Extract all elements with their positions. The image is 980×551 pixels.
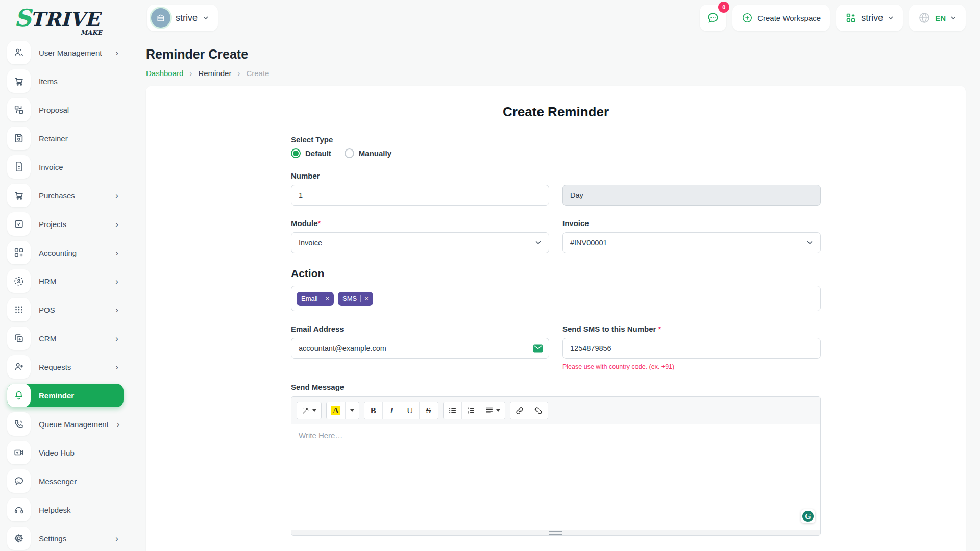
- language-selector[interactable]: EN: [909, 5, 966, 31]
- style-dropdown-button[interactable]: [297, 402, 321, 419]
- radio-unselected-icon[interactable]: [345, 148, 354, 158]
- sidebar-item-purchases[interactable]: Purchases: [7, 184, 124, 207]
- unit-input-disabled: Day: [562, 185, 821, 206]
- invoice-select[interactable]: #INV00001: [562, 232, 821, 253]
- chevron-right-icon: [237, 69, 240, 78]
- chevron-right-icon: [115, 306, 118, 314]
- invoice-label: Invoice: [562, 219, 821, 228]
- link-button[interactable]: [510, 402, 529, 419]
- sidebar-item-proposal[interactable]: Proposal: [7, 98, 124, 121]
- sidebar-item-items[interactable]: Items: [7, 69, 124, 93]
- sidebar-item-hrm[interactable]: HRM: [7, 269, 124, 293]
- chevron-right-icon: [189, 69, 192, 78]
- floppy-icon: [7, 127, 31, 150]
- chat-button[interactable]: 0: [700, 5, 726, 31]
- sidebar-item-helpdesk[interactable]: Helpdesk: [7, 498, 124, 521]
- unordered-list-button[interactable]: [444, 402, 462, 419]
- brand-tagline: MAKE: [81, 30, 102, 36]
- ordered-list-button[interactable]: [462, 402, 480, 419]
- email-label: Email Address: [291, 324, 549, 333]
- chevron-right-icon: [115, 48, 118, 57]
- phone-call-icon: [7, 412, 31, 436]
- editor-body[interactable]: Write Here… G: [291, 424, 820, 530]
- chevron-right-icon: [115, 277, 118, 286]
- headset-icon: [7, 498, 31, 521]
- cart-icon: [7, 184, 31, 207]
- grid-plus-icon: [7, 241, 31, 264]
- sidebar-item-reminder[interactable]: Reminder: [7, 384, 124, 407]
- sidebar-item-user-management[interactable]: User Management: [7, 41, 124, 64]
- sidebar-item-crm[interactable]: CRM: [7, 327, 124, 350]
- remove-tag-icon[interactable]: [326, 295, 330, 302]
- sidebar-item-accounting[interactable]: Accounting: [7, 241, 124, 264]
- number-input[interactable]: [291, 185, 549, 206]
- bullet-list-icon: [448, 406, 457, 415]
- action-tag-sms: SMS: [338, 292, 373, 306]
- chevron-down-icon: [535, 239, 542, 246]
- bell-icon: [7, 384, 31, 407]
- form-title: Create Reminder: [291, 104, 821, 120]
- editor-resize-handle[interactable]: [291, 530, 820, 535]
- workspace-selector[interactable]: strive: [147, 5, 218, 31]
- person-target-icon: [7, 269, 31, 293]
- editor-toolbar: A B I U S: [291, 397, 820, 424]
- action-tag-email: Email: [297, 292, 334, 306]
- sidebar-item-requests[interactable]: Requests: [7, 355, 124, 379]
- unlink-icon: [534, 406, 543, 415]
- users-icon: [7, 41, 31, 64]
- numbered-list-icon: [467, 406, 475, 415]
- sidebar-item-queue-management[interactable]: Queue Management: [7, 412, 124, 436]
- italic-button[interactable]: I: [383, 402, 401, 419]
- font-color-dropdown-button[interactable]: [346, 402, 359, 419]
- bold-button[interactable]: B: [364, 402, 383, 419]
- sidebar-item-invoice[interactable]: Invoice: [7, 155, 124, 179]
- select-type-label: Select Type: [291, 135, 821, 144]
- org-selector[interactable]: strive: [836, 5, 903, 31]
- top-header: STRIVE MAKE strive 0 Create Workspace st…: [0, 0, 980, 36]
- cart-icon: [7, 69, 31, 93]
- underline-button[interactable]: U: [401, 402, 420, 419]
- sidebar-item-video-hub[interactable]: Video Hub: [7, 441, 124, 464]
- breadcrumb-dashboard[interactable]: Dashboard: [146, 69, 183, 78]
- org-name: strive: [861, 13, 883, 23]
- language-code: EN: [935, 14, 946, 22]
- building-icon: [151, 8, 170, 28]
- chevron-right-icon: [115, 220, 118, 229]
- page-title: Reminder Create: [146, 47, 966, 62]
- action-tags-input[interactable]: Email SMS: [291, 286, 821, 311]
- sidebar-item-retainer[interactable]: Retainer: [7, 127, 124, 150]
- grammarly-icon[interactable]: G: [801, 509, 815, 523]
- email-input[interactable]: [291, 338, 549, 359]
- sidebar-item-settings[interactable]: Settings: [7, 527, 124, 550]
- paragraph-align-button[interactable]: [480, 402, 505, 419]
- video-camera-icon: [7, 441, 31, 464]
- rich-text-editor: A B I U S: [291, 396, 821, 536]
- radio-selected-icon[interactable]: [291, 148, 301, 158]
- chevron-right-icon: [117, 420, 120, 429]
- magic-wand-icon: [302, 407, 310, 415]
- sidebar-item-pos[interactable]: POS: [7, 298, 124, 321]
- remove-tag-icon[interactable]: [364, 295, 369, 302]
- module-select[interactable]: Invoice: [291, 232, 549, 253]
- radio-manually[interactable]: Manually: [345, 148, 391, 158]
- create-workspace-button[interactable]: Create Workspace: [732, 5, 830, 31]
- sidebar-item-projects[interactable]: Projects: [7, 212, 124, 236]
- message-label: Send Message: [291, 383, 821, 391]
- editor-placeholder: Write Here…: [299, 431, 342, 440]
- sidebar-nav: User Management Items Proposal Retainer …: [0, 38, 132, 551]
- workspace-name: strive: [176, 13, 198, 23]
- user-plus-icon: [7, 355, 31, 379]
- sms-helper-text: Please use with country code. (ex. +91): [562, 363, 821, 370]
- sidebar-item-messenger[interactable]: Messenger: [7, 469, 124, 493]
- grid-plus-icon: [845, 12, 856, 23]
- chevron-down-icon: [806, 239, 813, 246]
- unlink-button[interactable]: [529, 402, 548, 419]
- brand-logo[interactable]: STRIVE MAKE: [14, 6, 116, 30]
- chat-bubble-icon: [706, 11, 720, 24]
- sms-input[interactable]: [562, 338, 821, 359]
- chevron-down-icon: [203, 15, 209, 21]
- strikethrough-button[interactable]: S: [420, 402, 438, 419]
- action-heading: Action: [291, 267, 821, 280]
- radio-default[interactable]: Default: [291, 148, 331, 158]
- font-color-button[interactable]: A: [327, 402, 346, 419]
